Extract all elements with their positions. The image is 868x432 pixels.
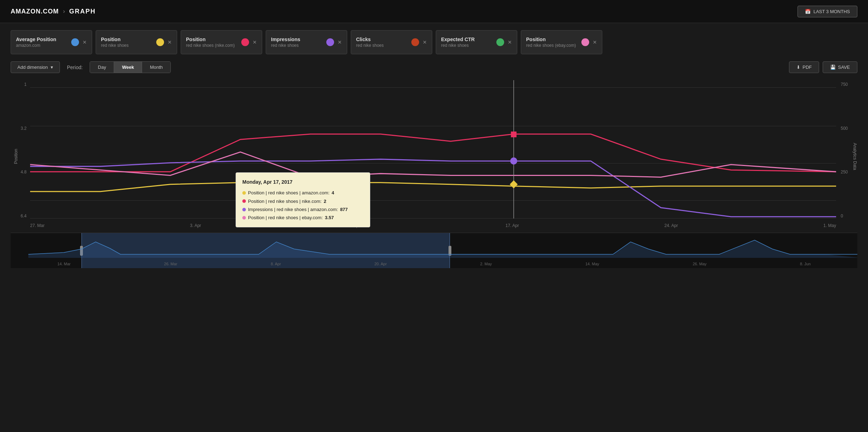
dim-dot-avg-position bbox=[71, 38, 79, 46]
dim-card-clicks: Clicks red nike shoes ✕ bbox=[351, 30, 432, 54]
dim-dot-position-ebay bbox=[581, 38, 589, 46]
tooltip-value-2: 877 bbox=[340, 205, 348, 214]
y-label-1: 1 bbox=[24, 82, 27, 87]
minimap-label-5: 14. May bbox=[585, 262, 599, 266]
period-label: Period: bbox=[67, 65, 83, 70]
x-label-1: 3. Apr bbox=[190, 223, 201, 228]
minimap-label-1: 26. Mar bbox=[164, 262, 177, 266]
period-month-button[interactable]: Month bbox=[142, 62, 170, 73]
header-page: GRAPH bbox=[69, 8, 96, 15]
dim-card-position-nike-com: Position red nike shoes (nike.com) ✕ bbox=[181, 30, 262, 54]
dim-dot-expected-ctr bbox=[496, 38, 504, 46]
minimap[interactable]: 14. Mar 26. Mar 8. Apr 20. Apr 2. May 14… bbox=[11, 233, 857, 268]
add-dimension-label: Add dimension bbox=[17, 65, 48, 70]
chart-inner: Monday, Apr 17, 2017 Position | red nike… bbox=[30, 80, 836, 218]
tooltip-dot-3 bbox=[242, 216, 246, 220]
minimap-label-6: 26. May bbox=[693, 262, 706, 266]
x-label-0: 27. Mar bbox=[30, 223, 45, 228]
y-label-750: 750 bbox=[841, 82, 848, 87]
dim-close-position-red-nike[interactable]: ✕ bbox=[168, 39, 172, 45]
y-label-32: 3.2 bbox=[21, 126, 27, 131]
tooltip-row-0: Position | red nike shoes | amazon.com: … bbox=[242, 189, 363, 197]
dim-dot-position-red-nike bbox=[156, 38, 164, 46]
dim-title-avg-position: Average Position bbox=[16, 37, 68, 42]
last3-months-button[interactable]: 📅 LAST 3 MONTHS bbox=[797, 6, 857, 17]
minimap-labels: 14. Mar 26. Mar 8. Apr 20. Apr 2. May 14… bbox=[11, 262, 857, 266]
minimap-label-2: 8. Apr bbox=[271, 262, 281, 266]
y-label-250: 250 bbox=[841, 170, 848, 175]
marker-red bbox=[511, 132, 517, 137]
x-axis: 27. Mar 3. Apr 10. Apr 17. Apr 24. Apr 1… bbox=[30, 218, 836, 233]
line-position-pink bbox=[30, 152, 836, 177]
y-axis-left-title: Position bbox=[13, 149, 18, 164]
pdf-label: PDF bbox=[802, 65, 812, 70]
tooltip-value-3: 3.57 bbox=[325, 214, 334, 222]
marker-purple bbox=[510, 157, 517, 165]
tooltip-value-1: 2 bbox=[324, 197, 326, 205]
calendar-icon: 📅 bbox=[805, 9, 811, 14]
dim-card-position-ebay: Position red nike shoes (ebay.com) ✕ bbox=[521, 30, 602, 54]
tooltip-label-3: Position | red nike shoes | ebay.com: bbox=[248, 214, 323, 222]
tooltip-label-2: Impressions | red nike shoes | amazon.co… bbox=[248, 205, 338, 214]
chevron-down-icon: ▾ bbox=[51, 65, 53, 70]
dim-title-position-red-nike: Position bbox=[101, 37, 153, 42]
dim-close-clicks[interactable]: ✕ bbox=[423, 39, 427, 45]
y-axis-right-title: Analytics Data bbox=[852, 143, 857, 170]
tooltip-value-0: 4 bbox=[332, 189, 334, 197]
x-label-5: 1. May bbox=[823, 223, 836, 228]
tooltip: Monday, Apr 17, 2017 Position | red nike… bbox=[236, 172, 370, 227]
tooltip-row-2: Impressions | red nike shoes | amazon.co… bbox=[242, 205, 363, 214]
save-label: SAVE bbox=[838, 65, 850, 70]
dim-subtitle-position-red-nike: red nike shoes bbox=[101, 43, 153, 48]
dim-close-position-nike-com[interactable]: ✕ bbox=[253, 39, 257, 45]
dim-close-expected-ctr[interactable]: ✕ bbox=[508, 39, 512, 45]
dim-card-impressions: Impressions red nike shoes ✕ bbox=[266, 30, 347, 54]
minimap-svg bbox=[11, 235, 857, 260]
y-label-64: 6.4 bbox=[21, 214, 27, 218]
add-dimension-button[interactable]: Add dimension ▾ bbox=[11, 61, 60, 73]
header-site: AMAZON.COM bbox=[11, 8, 59, 15]
header-arrow: › bbox=[63, 8, 65, 15]
period-week-button[interactable]: Week bbox=[114, 62, 142, 73]
dim-card-position-red-nike: Position red nike shoes ✕ bbox=[96, 30, 177, 54]
chart-area: 1 3.2 4.8 6.4 Position 750 500 250 0 Ana… bbox=[11, 80, 857, 233]
dim-subtitle-expected-ctr: red nike shoes bbox=[441, 43, 493, 48]
dim-close-position-ebay[interactable]: ✕ bbox=[593, 39, 597, 45]
dimensions-area: Average Position amazon.com ✕ Position r… bbox=[0, 23, 868, 58]
dim-title-position-nike-com: Position bbox=[186, 37, 238, 42]
tooltip-dot-2 bbox=[242, 208, 246, 211]
dim-subtitle-position-nike-com: red nike shoes (nike.com) bbox=[186, 43, 238, 48]
header: AMAZON.COM › GRAPH 📅 LAST 3 MONTHS bbox=[0, 0, 868, 23]
download-icon: ⬇ bbox=[796, 65, 800, 70]
toolbar: Add dimension ▾ Period: Day Week Month ⬇… bbox=[0, 58, 868, 77]
tooltip-label-1: Position | red nike shoes | nike.com: bbox=[248, 197, 322, 205]
x-label-3: 17. Apr bbox=[506, 223, 519, 228]
x-label-4: 24. Apr bbox=[664, 223, 678, 228]
save-button[interactable]: 💾 SAVE bbox=[823, 61, 857, 73]
minimap-fill bbox=[28, 240, 857, 258]
dim-subtitle-clicks: red nike shoes bbox=[356, 43, 408, 48]
dim-close-impressions[interactable]: ✕ bbox=[338, 39, 342, 45]
minimap-label-0: 14. Mar bbox=[57, 262, 71, 266]
dim-title-expected-ctr: Expected CTR bbox=[441, 37, 493, 42]
save-icon: 💾 bbox=[830, 65, 836, 70]
dim-subtitle-position-ebay: red nike shoes (ebay.com) bbox=[526, 43, 578, 48]
y-label-500: 500 bbox=[841, 126, 848, 131]
dim-dot-impressions bbox=[326, 38, 334, 46]
chart-svg bbox=[30, 80, 836, 218]
minimap-label-3: 20. Apr bbox=[374, 262, 387, 266]
pdf-button[interactable]: ⬇ PDF bbox=[789, 61, 819, 73]
tooltip-dot-0 bbox=[242, 191, 246, 195]
tooltip-label-0: Position | red nike shoes | amazon.com: bbox=[248, 189, 329, 197]
dim-subtitle-impressions: red nike shoes bbox=[271, 43, 323, 48]
dim-dot-position-nike-com bbox=[241, 38, 249, 46]
dim-close-avg-position[interactable]: ✕ bbox=[83, 39, 87, 45]
dim-dot-clicks bbox=[411, 38, 419, 46]
tooltip-row-1: Position | red nike shoes | nike.com: 2 bbox=[242, 197, 363, 205]
dim-title-clicks: Clicks bbox=[356, 37, 408, 42]
period-day-button[interactable]: Day bbox=[90, 62, 114, 73]
last3-months-label: LAST 3 MONTHS bbox=[813, 9, 850, 14]
y-label-0: 0 bbox=[841, 214, 843, 218]
tooltip-dot-1 bbox=[242, 199, 246, 203]
dim-subtitle-avg-position: amazon.com bbox=[16, 43, 68, 48]
